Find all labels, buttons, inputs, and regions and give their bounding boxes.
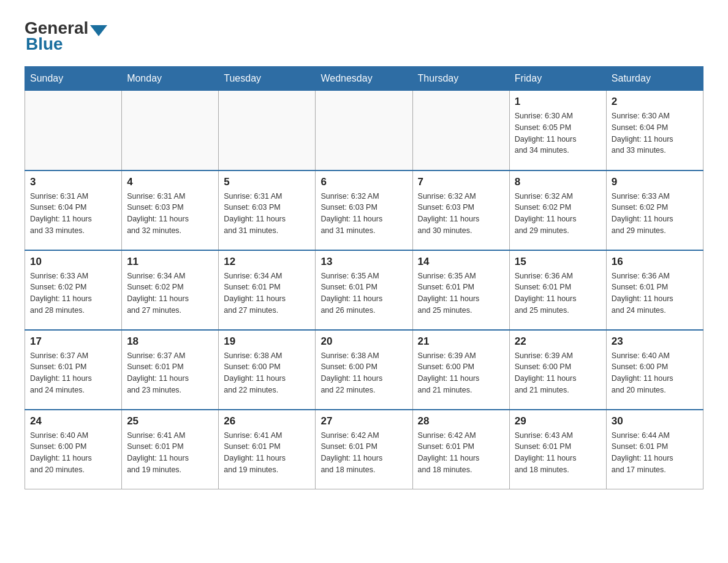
day-info: Sunrise: 6:35 AM Sunset: 6:01 PM Dayligh… bbox=[320, 270, 407, 316]
weekday-header-sunday: Sunday bbox=[25, 67, 122, 91]
calendar-cell: 6Sunrise: 6:32 AM Sunset: 6:03 PM Daylig… bbox=[316, 170, 412, 250]
page-header: General Blue bbox=[25, 18, 703, 54]
day-info: Sunrise: 6:31 AM Sunset: 6:03 PM Dayligh… bbox=[127, 191, 213, 237]
day-number: 27 bbox=[320, 415, 407, 427]
day-info: Sunrise: 6:36 AM Sunset: 6:01 PM Dayligh… bbox=[612, 270, 698, 316]
day-info: Sunrise: 6:40 AM Sunset: 6:00 PM Dayligh… bbox=[30, 430, 116, 476]
calendar-week-5: 24Sunrise: 6:40 AM Sunset: 6:00 PM Dayli… bbox=[25, 410, 703, 489]
calendar-cell: 11Sunrise: 6:34 AM Sunset: 6:02 PM Dayli… bbox=[122, 250, 219, 330]
calendar-week-1: 1Sunrise: 6:30 AM Sunset: 6:05 PM Daylig… bbox=[25, 91, 703, 170]
logo-arrow-icon bbox=[90, 25, 107, 36]
day-number: 29 bbox=[515, 415, 601, 427]
logo-blue-text: Blue bbox=[26, 34, 63, 53]
day-info: Sunrise: 6:30 AM Sunset: 6:05 PM Dayligh… bbox=[515, 110, 601, 156]
day-number: 12 bbox=[224, 256, 310, 268]
day-info: Sunrise: 6:36 AM Sunset: 6:01 PM Dayligh… bbox=[515, 270, 601, 316]
day-number: 2 bbox=[612, 96, 698, 108]
day-info: Sunrise: 6:33 AM Sunset: 6:02 PM Dayligh… bbox=[30, 270, 116, 316]
day-info: Sunrise: 6:30 AM Sunset: 6:04 PM Dayligh… bbox=[612, 110, 698, 156]
day-number: 28 bbox=[418, 415, 504, 427]
day-number: 17 bbox=[30, 335, 116, 348]
day-info: Sunrise: 6:44 AM Sunset: 6:01 PM Dayligh… bbox=[612, 430, 698, 476]
calendar-cell: 4Sunrise: 6:31 AM Sunset: 6:03 PM Daylig… bbox=[122, 170, 219, 250]
day-info: Sunrise: 6:32 AM Sunset: 6:02 PM Dayligh… bbox=[515, 191, 601, 237]
day-info: Sunrise: 6:37 AM Sunset: 6:01 PM Dayligh… bbox=[30, 350, 116, 396]
day-number: 30 bbox=[612, 415, 698, 427]
day-number: 16 bbox=[612, 256, 698, 268]
day-number: 20 bbox=[320, 335, 407, 348]
calendar-cell: 20Sunrise: 6:38 AM Sunset: 6:00 PM Dayli… bbox=[316, 330, 412, 410]
day-info: Sunrise: 6:31 AM Sunset: 6:03 PM Dayligh… bbox=[224, 191, 310, 237]
day-info: Sunrise: 6:34 AM Sunset: 6:01 PM Dayligh… bbox=[224, 270, 310, 316]
calendar-cell: 25Sunrise: 6:41 AM Sunset: 6:01 PM Dayli… bbox=[122, 410, 219, 489]
logo: General Blue bbox=[25, 18, 109, 54]
weekday-header-tuesday: Tuesday bbox=[219, 67, 316, 91]
day-number: 24 bbox=[30, 415, 116, 427]
calendar-cell: 26Sunrise: 6:41 AM Sunset: 6:01 PM Dayli… bbox=[219, 410, 316, 489]
day-number: 14 bbox=[418, 256, 504, 268]
calendar-cell: 5Sunrise: 6:31 AM Sunset: 6:03 PM Daylig… bbox=[219, 170, 316, 250]
weekday-header-row: SundayMondayTuesdayWednesdayThursdayFrid… bbox=[25, 67, 703, 91]
day-number: 15 bbox=[515, 256, 601, 268]
calendar-cell: 14Sunrise: 6:35 AM Sunset: 6:01 PM Dayli… bbox=[412, 250, 509, 330]
day-number: 22 bbox=[515, 335, 601, 348]
calendar-cell bbox=[412, 91, 509, 170]
day-info: Sunrise: 6:41 AM Sunset: 6:01 PM Dayligh… bbox=[127, 430, 213, 476]
day-info: Sunrise: 6:39 AM Sunset: 6:00 PM Dayligh… bbox=[515, 350, 601, 396]
calendar-cell: 24Sunrise: 6:40 AM Sunset: 6:00 PM Dayli… bbox=[25, 410, 122, 489]
calendar-cell: 13Sunrise: 6:35 AM Sunset: 6:01 PM Dayli… bbox=[316, 250, 412, 330]
calendar-cell: 23Sunrise: 6:40 AM Sunset: 6:00 PM Dayli… bbox=[606, 330, 703, 410]
calendar-cell: 7Sunrise: 6:32 AM Sunset: 6:03 PM Daylig… bbox=[412, 170, 509, 250]
calendar-cell bbox=[219, 91, 316, 170]
calendar-cell: 8Sunrise: 6:32 AM Sunset: 6:02 PM Daylig… bbox=[509, 170, 606, 250]
calendar-cell: 1Sunrise: 6:30 AM Sunset: 6:05 PM Daylig… bbox=[509, 91, 606, 170]
day-info: Sunrise: 6:37 AM Sunset: 6:01 PM Dayligh… bbox=[127, 350, 213, 396]
calendar-cell: 30Sunrise: 6:44 AM Sunset: 6:01 PM Dayli… bbox=[606, 410, 703, 489]
day-info: Sunrise: 6:41 AM Sunset: 6:01 PM Dayligh… bbox=[224, 430, 310, 476]
day-info: Sunrise: 6:33 AM Sunset: 6:02 PM Dayligh… bbox=[612, 191, 698, 237]
day-info: Sunrise: 6:32 AM Sunset: 6:03 PM Dayligh… bbox=[418, 191, 504, 237]
calendar-cell: 28Sunrise: 6:42 AM Sunset: 6:01 PM Dayli… bbox=[412, 410, 509, 489]
day-info: Sunrise: 6:43 AM Sunset: 6:01 PM Dayligh… bbox=[515, 430, 601, 476]
day-number: 19 bbox=[224, 335, 310, 348]
calendar-cell: 21Sunrise: 6:39 AM Sunset: 6:00 PM Dayli… bbox=[412, 330, 509, 410]
day-number: 18 bbox=[127, 335, 213, 348]
day-number: 26 bbox=[224, 415, 310, 427]
calendar-cell bbox=[316, 91, 412, 170]
day-number: 7 bbox=[418, 176, 504, 188]
day-number: 5 bbox=[224, 176, 310, 188]
weekday-header-friday: Friday bbox=[509, 67, 606, 91]
calendar-cell: 29Sunrise: 6:43 AM Sunset: 6:01 PM Dayli… bbox=[509, 410, 606, 489]
calendar-cell: 27Sunrise: 6:42 AM Sunset: 6:01 PM Dayli… bbox=[316, 410, 412, 489]
day-info: Sunrise: 6:42 AM Sunset: 6:01 PM Dayligh… bbox=[320, 430, 407, 476]
day-info: Sunrise: 6:31 AM Sunset: 6:04 PM Dayligh… bbox=[30, 191, 116, 237]
calendar-cell bbox=[25, 91, 122, 170]
day-info: Sunrise: 6:38 AM Sunset: 6:00 PM Dayligh… bbox=[224, 350, 310, 396]
day-number: 6 bbox=[320, 176, 407, 188]
calendar-cell: 15Sunrise: 6:36 AM Sunset: 6:01 PM Dayli… bbox=[509, 250, 606, 330]
weekday-header-monday: Monday bbox=[122, 67, 219, 91]
day-info: Sunrise: 6:35 AM Sunset: 6:01 PM Dayligh… bbox=[418, 270, 504, 316]
calendar-cell: 18Sunrise: 6:37 AM Sunset: 6:01 PM Dayli… bbox=[122, 330, 219, 410]
calendar-week-2: 3Sunrise: 6:31 AM Sunset: 6:04 PM Daylig… bbox=[25, 170, 703, 250]
day-info: Sunrise: 6:42 AM Sunset: 6:01 PM Dayligh… bbox=[418, 430, 504, 476]
day-number: 13 bbox=[320, 256, 407, 268]
day-number: 23 bbox=[612, 335, 698, 348]
calendar-week-4: 17Sunrise: 6:37 AM Sunset: 6:01 PM Dayli… bbox=[25, 330, 703, 410]
calendar-cell: 22Sunrise: 6:39 AM Sunset: 6:00 PM Dayli… bbox=[509, 330, 606, 410]
weekday-header-saturday: Saturday bbox=[606, 67, 703, 91]
calendar-cell: 3Sunrise: 6:31 AM Sunset: 6:04 PM Daylig… bbox=[25, 170, 122, 250]
day-number: 25 bbox=[127, 415, 213, 427]
calendar-cell: 10Sunrise: 6:33 AM Sunset: 6:02 PM Dayli… bbox=[25, 250, 122, 330]
day-number: 21 bbox=[418, 335, 504, 348]
day-number: 4 bbox=[127, 176, 213, 188]
calendar-cell bbox=[122, 91, 219, 170]
day-info: Sunrise: 6:34 AM Sunset: 6:02 PM Dayligh… bbox=[127, 270, 213, 316]
calendar-cell: 19Sunrise: 6:38 AM Sunset: 6:00 PM Dayli… bbox=[219, 330, 316, 410]
day-info: Sunrise: 6:40 AM Sunset: 6:00 PM Dayligh… bbox=[612, 350, 698, 396]
day-number: 3 bbox=[30, 176, 116, 188]
calendar-table: SundayMondayTuesdayWednesdayThursdayFrid… bbox=[25, 66, 703, 489]
day-info: Sunrise: 6:38 AM Sunset: 6:00 PM Dayligh… bbox=[320, 350, 407, 396]
weekday-header-thursday: Thursday bbox=[412, 67, 509, 91]
day-number: 10 bbox=[30, 256, 116, 268]
